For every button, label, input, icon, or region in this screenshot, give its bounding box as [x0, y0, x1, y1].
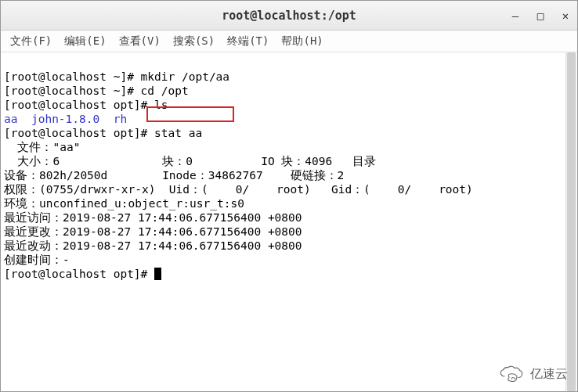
- minimize-button[interactable]: —: [508, 9, 522, 23]
- window-title: root@localhost:/opt: [222, 9, 356, 23]
- terminal-line: [root@localhost opt]# ls: [4, 99, 168, 111]
- cloud-logo-icon: [497, 365, 526, 383]
- scrollbar[interactable]: [565, 52, 576, 391]
- titlebar: root@localhost:/opt — □ ✕: [1, 1, 577, 31]
- menu-search[interactable]: 搜索(S): [167, 33, 221, 50]
- prompt-line: [root@localhost opt]#: [4, 268, 154, 280]
- window-controls: — □ ✕: [508, 9, 573, 23]
- ls-dir-rh: rh: [114, 113, 127, 125]
- scrollbar-thumb[interactable]: [567, 52, 576, 391]
- stat-line: 最近访问：2019-08-27 17:44:06.677156400 +0800: [4, 211, 302, 224]
- terminal-line: [root@localhost opt]# stat aa: [4, 127, 202, 139]
- watermark: 亿速云: [497, 365, 568, 383]
- stat-line: 大小：6 块：0 IO 块：4096 目录: [4, 155, 376, 167]
- watermark-text: 亿速云: [530, 366, 568, 383]
- terminal[interactable]: [root@localhost ~]# mkdir /opt/aa [root@…: [1, 52, 577, 298]
- stat-line: 环境：unconfined_u:object_r:usr_t:s0: [4, 197, 244, 210]
- menu-edit[interactable]: 编辑(E): [58, 33, 112, 50]
- terminal-line: [root@localhost ~]# mkdir /opt/aa: [4, 70, 229, 83]
- terminal-line: [root@localhost ~]# cd /opt: [4, 85, 189, 97]
- menu-terminal[interactable]: 终端(T): [221, 33, 275, 50]
- cursor-icon: [154, 268, 161, 280]
- menu-file[interactable]: 文件(F): [4, 33, 58, 50]
- menu-view[interactable]: 查看(V): [113, 33, 167, 50]
- stat-line: 文件："aa": [4, 141, 80, 153]
- maximize-button[interactable]: □: [533, 9, 547, 23]
- stat-line: 创建时间：-: [4, 254, 70, 266]
- menubar: 文件(F) 编辑(E) 查看(V) 搜索(S) 终端(T) 帮助(H): [1, 31, 577, 52]
- close-button[interactable]: ✕: [558, 9, 573, 23]
- ls-dir-john: john-1.8.0: [31, 113, 99, 125]
- stat-line: 最近更改：2019-08-27 17:44:06.677156400 +0800: [4, 225, 302, 238]
- stat-line: 最近改动：2019-08-27 17:44:06.677156400 +0800: [4, 239, 302, 252]
- stat-line: 权限：(0755/drwxr-xr-x) Uid：( 0/ root) Gid：…: [4, 183, 473, 196]
- menu-help[interactable]: 帮助(H): [275, 33, 329, 50]
- ls-dir-aa: aa: [4, 113, 17, 125]
- stat-line: 设备：802h/2050d Inode：34862767 硬链接：2: [4, 169, 344, 182]
